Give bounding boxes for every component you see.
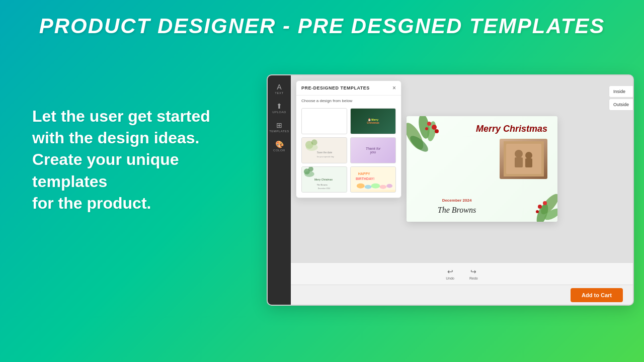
card-photo (500, 139, 547, 179)
sidebar-item-text[interactable]: A TEXT (268, 80, 291, 98)
svg-point-18 (371, 184, 380, 189)
left-content: Let the user get started with the design… (32, 106, 249, 214)
svg-point-27 (435, 129, 439, 133)
tab-inside[interactable]: Inside (609, 85, 633, 98)
sidebar-item-color[interactable]: 🎨 COLOR (268, 138, 291, 155)
sidebar-item-templates[interactable]: ⊞ TEMPLATES (268, 119, 291, 136)
redo-button[interactable]: ↪ Redo (469, 267, 478, 280)
panel-title: PRE-DESIGNED TEMPLATES (301, 85, 370, 90)
templates-panel: PRE-DESIGNED TEMPLATES × Choose a design… (296, 80, 401, 198)
upload-icon: ⬆ (276, 103, 282, 110)
thank-thumb-label: Thank foryou (366, 147, 381, 154)
tab-outside[interactable]: Outside (609, 99, 633, 111)
main-tagline: Let the user get started with the design… (32, 106, 249, 214)
bottom-toolbar: ↩ Undo ↪ Redo (291, 262, 633, 285)
svg-point-8 (308, 166, 313, 171)
svg-rect-38 (515, 157, 523, 167)
tagline-line4: for the product. (32, 194, 151, 212)
tagline-line3: Create your unique templates (32, 150, 179, 190)
bday-thumb-svg: HAPPY BIRTHDAY! (351, 166, 395, 190)
templates-grid: 🎅 Merry Christmas Save the date for y (296, 105, 401, 198)
svg-point-3 (306, 144, 318, 151)
svg-text:The Browns: The Browns (317, 184, 328, 186)
svg-point-26 (427, 122, 431, 126)
card-title: Merry Christmas (476, 124, 547, 134)
panel-subtitle: Choose a design from below (296, 96, 401, 105)
text-icon: A (277, 83, 281, 90)
photo-content (504, 141, 544, 176)
xmas2-thumb-svg: Merry Christmas The Browns December 2024 (302, 166, 347, 193)
add-to-cart-bar: Add to Cart (291, 285, 633, 305)
svg-text:BIRTHDAY!: BIRTHDAY! (356, 177, 374, 180)
redo-icon: ↪ (470, 267, 476, 276)
svg-rect-36 (506, 144, 541, 174)
leaf-decoration-bottomright (525, 189, 557, 222)
svg-point-32 (538, 205, 542, 209)
template-birthday[interactable]: HAPPY BIRTHDAY! (350, 166, 396, 193)
floral-thumb-svg: Save the date for your special day (302, 137, 347, 163)
svg-point-9 (304, 171, 314, 177)
svg-text:December 2024: December 2024 (318, 188, 331, 190)
template-floral[interactable]: Save the date for your special day (301, 137, 347, 163)
redo-label: Redo (469, 277, 478, 280)
svg-text:for your special day: for your special day (317, 155, 334, 158)
svg-point-34 (536, 210, 539, 213)
svg-rect-40 (525, 158, 532, 167)
sidebar-label-templates: TEMPLATES (269, 130, 289, 133)
templates-icon: ⊞ (276, 122, 282, 129)
svg-point-39 (525, 152, 532, 159)
template-blank[interactable] (301, 108, 347, 134)
leaf-decoration-topleft (407, 116, 452, 156)
svg-point-17 (365, 185, 372, 189)
sidebar: A TEXT ⬆ UPLOAD ⊞ TEMPLATES 🎨 COLOR (268, 75, 291, 305)
svg-text:Merry Christmas: Merry Christmas (314, 178, 333, 181)
side-tabs: Inside Outside (609, 85, 633, 111)
page-header: PRODUCT DESIGNER - PRE DESGNED TEMPLATES (0, 0, 644, 48)
svg-point-20 (386, 184, 392, 188)
tagline-line1: Let the user get started (32, 107, 210, 125)
panel-header: PRE-DESIGNED TEMPLATES × (296, 81, 401, 96)
svg-point-16 (357, 184, 365, 189)
canvas-area: PRE-DESIGNED TEMPLATES × Choose a design… (291, 75, 633, 262)
page-title: PRODUCT DESIGNER - PRE DESGNED TEMPLATES (0, 14, 644, 38)
christmas-thumb-label: 🎅 Merry Christmas (367, 118, 379, 124)
svg-point-28 (425, 127, 428, 130)
add-to-cart-button[interactable]: Add to Cart (571, 288, 623, 302)
sidebar-label-upload: UPLOAD (272, 111, 286, 114)
template-christmas[interactable]: 🎅 Merry Christmas (350, 108, 396, 134)
undo-label: Undo (446, 277, 454, 280)
card-preview: Merry Christmas (407, 116, 557, 222)
undo-icon: ↩ (447, 267, 453, 276)
app-mockup: A TEXT ⬆ UPLOAD ⊞ TEMPLATES 🎨 COLOR PRE-… (267, 74, 634, 306)
template-thank-you[interactable]: Thank foryou (350, 137, 396, 163)
panel-close-button[interactable]: × (392, 85, 396, 91)
sidebar-label-text: TEXT (275, 92, 283, 95)
card-photo-inner (500, 139, 547, 179)
svg-point-37 (515, 150, 523, 158)
card-family-name: The Browns (417, 206, 497, 215)
tagline-line2: with the design ideas. (32, 129, 200, 147)
svg-point-25 (432, 125, 437, 130)
svg-point-33 (543, 201, 547, 205)
svg-text:HAPPY: HAPPY (358, 172, 370, 175)
sidebar-item-upload[interactable]: ⬆ UPLOAD (268, 100, 291, 117)
undo-button[interactable]: ↩ Undo (446, 267, 454, 280)
sidebar-label-color: COLOR (273, 149, 285, 152)
color-icon: 🎨 (275, 141, 284, 148)
svg-point-19 (379, 185, 386, 189)
main-area: PRE-DESIGNED TEMPLATES × Choose a design… (291, 75, 633, 305)
svg-text:Save the date: Save the date (317, 151, 333, 154)
template-xmas2[interactable]: Merry Christmas The Browns December 2024 (301, 166, 347, 193)
card-subtitle: December 2024 (417, 198, 497, 203)
